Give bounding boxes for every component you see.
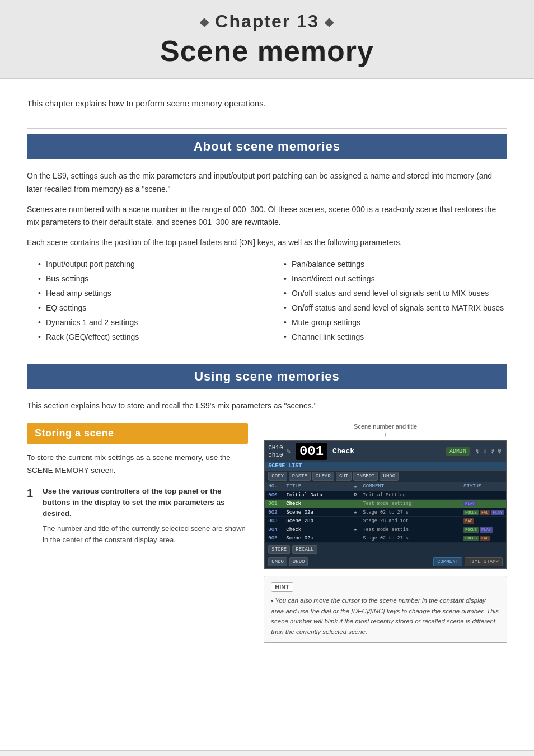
using-section: Using scene memories This section explai…	[27, 364, 507, 643]
bullet-col-right: Pan/balance settings Insert/direct out s…	[284, 259, 507, 346]
list-item: EQ settings	[38, 302, 261, 314]
storing-subsection-heading: Storing a scene	[27, 423, 248, 444]
screen-undo-btn[interactable]: UNDO	[380, 472, 399, 481]
list-item: Insert/direct out settings	[284, 273, 507, 285]
screen-comment-btn[interactable]: COMMENT	[433, 557, 462, 566]
row-002-comment: Stage 02 to 27 s..	[363, 510, 461, 515]
about-para-2: Scenes are numbered with a scene number …	[27, 203, 507, 230]
row-001-title: Check	[286, 501, 352, 506]
storing-left-col: Storing a scene To store the current mix…	[27, 423, 248, 643]
screen-scene-number: 001	[296, 443, 327, 460]
row-001-comment: Test mode setting	[363, 501, 461, 506]
table-row: 003 Scene 28b Stage 28 and 1ot.. FAC	[265, 517, 506, 525]
row-004-fav: ★	[354, 527, 360, 533]
storing-right-col: Scene number and title ↓ CH10 ch10 ✎ 001	[264, 423, 507, 643]
hint-box: HINT • You can also move the cursor to t…	[264, 576, 507, 643]
step-1-bold-text: Use the various controllers of the top p…	[43, 486, 248, 520]
scene-arrow-indicator: ↓	[264, 431, 507, 438]
row-005-title: Scene 02c	[286, 536, 352, 541]
storing-columns: Storing a scene To store the current mix…	[27, 423, 507, 643]
row-005-comment: Stage 02 to 27 s..	[363, 536, 461, 541]
table-row: 002 Scene 02a ★ Stage 02 to 27 s.. FOCUS…	[265, 508, 506, 517]
list-item: Rack (GEQ/effect) settings	[38, 331, 261, 343]
row-002-status: FOCUS FAC PLAY	[463, 510, 503, 515]
screen-scene-name-display: Check	[332, 447, 443, 456]
row-004-status: FOCUS PLAY	[463, 527, 503, 533]
screen-pencil-icon: ✎	[287, 447, 291, 456]
hint-icon: HINT	[271, 582, 293, 592]
screen-undo-bottom-btn[interactable]: UNDO	[268, 557, 287, 566]
row-004-title: Check	[286, 527, 352, 533]
screen-paste-btn[interactable]: PASTE	[289, 472, 311, 481]
row-000-comment: Initial Setting ..	[363, 492, 461, 498]
row-000-title: Initial Data	[286, 492, 352, 498]
screen-col-no-header: NO.	[268, 483, 284, 490]
focus-tag: FOCUS	[463, 536, 479, 541]
screen-undo-bottom-btn-2[interactable]: UNDO	[289, 557, 308, 566]
hint-text: • You can also move the cursor to the sc…	[271, 595, 500, 637]
using-intro-text: This section explains how to store and r…	[27, 400, 507, 412]
fac-tag: FAC	[480, 510, 490, 515]
step-1-content: Use the various controllers of the top p…	[43, 486, 248, 546]
row-001-no: 001	[268, 501, 284, 506]
hint-header: HINT	[271, 582, 500, 592]
bullet-col-left: Input/output port patching Bus settings …	[38, 259, 261, 346]
screen-mic-icon-2: 🎙	[483, 448, 488, 455]
fac-tag: FAC	[463, 518, 474, 524]
screen-copy-btn[interactable]: COPY	[268, 472, 287, 481]
page-footer: LS9-16/32 Owner's Manual 129	[0, 750, 534, 756]
screen-admin-badge: ADMIN	[446, 447, 470, 456]
screen-recall-btn[interactable]: RECALL	[292, 545, 317, 554]
focus-tag: FOCUS	[463, 527, 479, 533]
table-row: 001 Check Test mode setting PLAY	[265, 500, 506, 508]
fac-tag: FAC	[480, 536, 490, 541]
scene-memory-screen: CH10 ch10 ✎ 001 Check ADMIN 🎙 🎙 🎙 🎙	[264, 440, 507, 569]
diamond-left-icon: ◆	[200, 15, 209, 29]
step-1: 1 Use the various controllers of the top…	[27, 486, 248, 546]
screen-bottom-bar: STORE RECALL UNDO UNDO COMMENT TIME STAM…	[265, 543, 506, 568]
divider	[27, 128, 507, 129]
screen-cut-btn[interactable]: CUT	[336, 472, 352, 481]
list-item: Pan/balance settings	[284, 259, 507, 270]
table-row: 004 Check ★ Test mode settin FOCUS PLAY	[265, 525, 506, 534]
table-row: 005 Scene 02c Stage 02 to 27 s.. FOCUS F…	[265, 534, 506, 543]
step-number-1: 1	[27, 487, 33, 500]
list-item: On/off status and send level of signals …	[284, 302, 507, 314]
intro-paragraph: This chapter explains how to perform sce…	[27, 79, 507, 124]
list-item: Input/output port patching	[38, 259, 261, 270]
screen-mic-icon-4: 🎙	[497, 448, 503, 455]
play-tag: PLAY	[480, 527, 493, 533]
screen-col-fav-header: ★	[354, 483, 360, 490]
screen-table-rows: 000 Initial Data R Initial Setting .. 00…	[265, 491, 506, 543]
page-header: ◆ Chapter 13 ◆ Scene memory	[0, 0, 534, 79]
screen-time-stamp-btn[interactable]: TIME STAMP	[465, 557, 503, 566]
chapter-label: Chapter 13	[215, 11, 318, 32]
screen-top-bar: CH10 ch10 ✎ 001 Check ADMIN 🎙 🎙 🎙 🎙	[265, 441, 506, 462]
about-section: About scene memories On the LS9, setting…	[27, 134, 507, 346]
table-row: 000 Initial Data R Initial Setting ..	[265, 491, 506, 500]
list-item: Channel link settings	[284, 331, 507, 343]
hint-content: You can also move the cursor to the scen…	[271, 597, 499, 635]
row-005-status: FOCUS FAC	[463, 536, 503, 541]
row-002-no: 002	[268, 510, 284, 515]
screen-toolbar: COPY PASTE CLEAR CUT INSERT UNDO	[265, 471, 506, 482]
row-002-fav: ★	[354, 509, 360, 515]
list-item: Head amp settings	[38, 288, 261, 299]
storing-description: To store the current mix settings as a s…	[27, 452, 248, 477]
screen-col-comment-header: COMMENT	[363, 483, 461, 490]
screen-store-btn[interactable]: STORE	[268, 545, 290, 554]
row-003-status: FAC	[463, 518, 503, 524]
screen-mic-icon-3: 🎙	[490, 448, 495, 455]
list-item: On/off status and send level of signals …	[284, 288, 507, 299]
scene-number-title-label: Scene number and title	[264, 423, 507, 430]
row-005-no: 005	[268, 536, 284, 541]
screen-clear-btn[interactable]: CLEAR	[312, 472, 334, 481]
about-para-1: On the LS9, settings such as the mix par…	[27, 170, 507, 196]
row-003-comment: Stage 28 and 1ot..	[363, 518, 461, 524]
screen-insert-btn[interactable]: INSERT	[353, 472, 378, 481]
about-para-3: Each scene contains the position of the …	[27, 236, 507, 250]
play-tag: PLAY	[491, 510, 504, 515]
screen-st-icons: 🎙 🎙 🎙 🎙	[475, 448, 503, 455]
screen-col-status-header: STATUS	[463, 483, 503, 490]
diamond-right-icon: ◆	[325, 15, 334, 29]
